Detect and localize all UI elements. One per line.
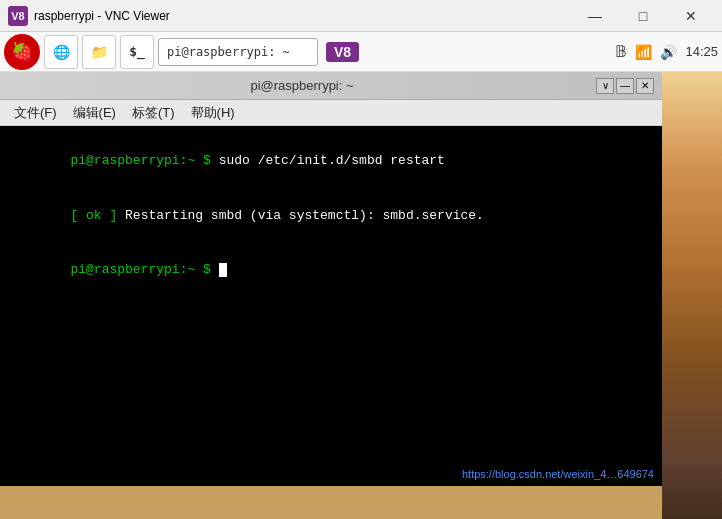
clock: 14:25 bbox=[685, 44, 718, 59]
cursor bbox=[219, 263, 227, 277]
globe-icon[interactable]: 🌐 bbox=[44, 35, 78, 69]
restart-text: Restarting smbd (via systemctl): smbd.se… bbox=[117, 208, 484, 223]
terminal[interactable]: pi@raspberrypi:~ $ sudo /etc/init.d/smbd… bbox=[0, 126, 662, 486]
prompt-1: pi@raspberrypi:~ $ bbox=[70, 153, 210, 168]
command-1: sudo /etc/init.d/smbd restart bbox=[211, 153, 445, 168]
vnc-controls: ∨ — ✕ bbox=[596, 78, 654, 94]
vnc-area: pi@raspberrypi: ~ ∨ — ✕ 文件(F) 编辑(E) 标签(T… bbox=[0, 72, 662, 519]
raspberry-icon[interactable]: 🍓 bbox=[4, 34, 40, 70]
terminal-line-1: pi@raspberrypi:~ $ sudo /etc/init.d/smbd… bbox=[8, 134, 654, 189]
vnc-title: pi@raspberrypi: ~ bbox=[8, 78, 596, 93]
app-icon: V8 bbox=[8, 6, 28, 26]
taskbar: 🍓 🌐 📁 $_ pi@raspberrypi: ~ V8 𝔹 📶 🔊 14:2… bbox=[0, 32, 722, 72]
vnc-chevron-button[interactable]: ∨ bbox=[596, 78, 614, 94]
ve-logo: V8 bbox=[326, 42, 359, 62]
background-scene bbox=[662, 72, 722, 519]
win-titlebar: V8 raspberrypi - VNC Viewer — □ ✕ bbox=[0, 0, 722, 32]
ok-badge: [ ok ] bbox=[70, 208, 117, 223]
window-controls: — □ ✕ bbox=[572, 1, 714, 31]
menu-help[interactable]: 帮助(H) bbox=[185, 102, 241, 124]
watermark: https://blog.csdn.net/weixin_4…649674 bbox=[462, 467, 654, 482]
terminal-line-3: pi@raspberrypi:~ $ bbox=[8, 243, 654, 298]
menu-edit[interactable]: 编辑(E) bbox=[67, 102, 122, 124]
vnc-minimize-button[interactable]: — bbox=[616, 78, 634, 94]
menu-bar: 文件(F) 编辑(E) 标签(T) 帮助(H) bbox=[0, 100, 662, 126]
bluetooth-icon: 𝔹 bbox=[615, 42, 627, 61]
volume-icon: 🔊 bbox=[660, 44, 677, 60]
wifi-icon: 📶 bbox=[635, 44, 652, 60]
prompt-2: pi@raspberrypi:~ $ bbox=[70, 262, 210, 277]
taskbar-right: 𝔹 📶 🔊 14:25 bbox=[615, 42, 718, 61]
address-bar[interactable]: pi@raspberrypi: ~ bbox=[158, 38, 318, 66]
menu-tags[interactable]: 标签(T) bbox=[126, 102, 181, 124]
window-title: raspberrypi - VNC Viewer bbox=[34, 9, 566, 23]
address-text: pi@raspberrypi: ~ bbox=[167, 45, 290, 59]
maximize-button[interactable]: □ bbox=[620, 1, 666, 31]
close-button[interactable]: ✕ bbox=[668, 1, 714, 31]
main-container: pi@raspberrypi: ~ ∨ — ✕ 文件(F) 编辑(E) 标签(T… bbox=[0, 72, 722, 519]
vnc-titlebar: pi@raspberrypi: ~ ∨ — ✕ bbox=[0, 72, 662, 100]
vnc-close-button[interactable]: ✕ bbox=[636, 78, 654, 94]
folder-icon[interactable]: 📁 bbox=[82, 35, 116, 69]
terminal-icon[interactable]: $_ bbox=[120, 35, 154, 69]
minimize-button[interactable]: — bbox=[572, 1, 618, 31]
terminal-line-2: [ ok ] Restarting smbd (via systemctl): … bbox=[8, 189, 654, 244]
menu-file[interactable]: 文件(F) bbox=[8, 102, 63, 124]
